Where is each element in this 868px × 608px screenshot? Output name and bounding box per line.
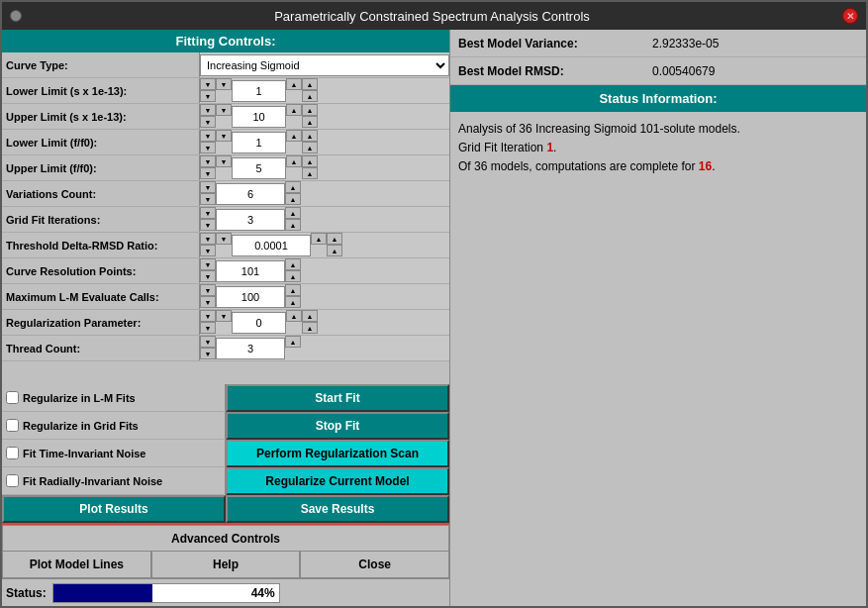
lower-limit-s-input[interactable] (232, 80, 286, 102)
sb45[interactable]: ▲ (302, 310, 318, 322)
sb3[interactable]: ▼ (216, 104, 232, 116)
sb49[interactable]: ▲ (285, 336, 301, 348)
thread-count-input[interactable] (216, 338, 285, 359)
close-icon[interactable]: ✕ (842, 8, 858, 24)
sb2[interactable]: ▼ (200, 116, 216, 128)
regularize-lm-checkbox[interactable] (6, 391, 19, 404)
regularize-grid-checkbox[interactable] (6, 419, 19, 432)
reg-grid-stop-row: Regularize in Grid Fits Stop Fit (2, 412, 449, 440)
sb42[interactable]: ▼ (200, 322, 216, 334)
spin-down-3[interactable]: ▼ (216, 78, 232, 90)
help-button[interactable]: Help (151, 551, 301, 578)
max-lm-controls: ▼ ▼ ▲ ▲ (200, 284, 449, 309)
sb21[interactable]: ▲ (285, 181, 301, 193)
sb10[interactable]: ▲ (286, 130, 302, 142)
status-line3-prefix: Of 36 models, computations are complete … (458, 159, 699, 173)
reg-param-controls: ▼ ▼ ▼ ▲ ▲ ▲ (200, 310, 449, 335)
sb43[interactable]: ▼ (216, 310, 232, 322)
curve-type-select[interactable]: Increasing Sigmoid Decreasing Sigmoid Be… (200, 54, 449, 76)
sb30[interactable]: ▲ (311, 233, 327, 245)
save-results-button[interactable]: Save Results (226, 495, 449, 523)
spin-down-1[interactable]: ▼ (200, 78, 216, 90)
plot-results-button[interactable]: Plot Results (2, 495, 226, 523)
window-title: Parametrically Constrained Spectrum Anal… (30, 9, 834, 24)
spin-up-1[interactable]: ▲ (286, 78, 302, 90)
sb35[interactable]: ▲ (285, 258, 301, 270)
grid-fit-input[interactable] (216, 209, 285, 231)
status-line-2: Grid Fit Iteration 1. (458, 139, 858, 157)
sb39[interactable]: ▲ (285, 284, 301, 296)
sb14[interactable]: ▼ (200, 167, 216, 179)
spin-down-2[interactable]: ▼ (200, 90, 216, 102)
perform-reg-scan-button[interactable]: Perform Regularization Scan (226, 440, 449, 467)
sb9[interactable]: ▼ (216, 130, 232, 142)
sb46[interactable]: ▲ (302, 322, 318, 334)
fit-time-cell: Fit Time-Invariant Noise (2, 440, 226, 466)
sb17[interactable]: ▲ (302, 155, 318, 167)
threshold-row: Threshold Delta-RMSD Ratio: ▼ ▼ ▼ ▲ (2, 233, 449, 258)
sb25[interactable]: ▲ (285, 207, 301, 219)
fit-time-checkbox[interactable] (6, 447, 19, 459)
sb32[interactable]: ▲ (327, 245, 342, 256)
bottom-buttons-section: Regularize in L-M Fits Start Fit Regular… (2, 384, 449, 606)
plot-model-lines-button[interactable]: Plot Model Lines (2, 551, 151, 578)
upper-limit-s-input[interactable] (232, 106, 286, 128)
status-line-3: Of 36 models, computations are complete … (458, 157, 858, 176)
sb18[interactable]: ▲ (302, 167, 318, 179)
sb23[interactable]: ▼ (200, 207, 216, 219)
spin-up-3[interactable]: ▲ (302, 90, 318, 102)
sb11[interactable]: ▲ (302, 130, 318, 142)
advanced-controls-row: Advanced Controls (2, 523, 449, 551)
sb16[interactable]: ▲ (286, 155, 302, 167)
sb22[interactable]: ▲ (285, 193, 301, 205)
sb48[interactable]: ▼ (200, 348, 216, 359)
sb38[interactable]: ▼ (200, 296, 216, 308)
sb33[interactable]: ▼ (200, 258, 216, 270)
sb29[interactable]: ▼ (216, 233, 232, 245)
sb34[interactable]: ▼ (200, 270, 216, 282)
sb47[interactable]: ▼ (200, 336, 216, 348)
sb20[interactable]: ▼ (200, 193, 216, 205)
lower-limit-f-input[interactable] (232, 132, 286, 153)
upper-limit-f-controls: ▼ ▼ ▼ ▲ ▲ ▲ (200, 155, 449, 180)
close-button[interactable]: Close (300, 551, 449, 578)
sb40[interactable]: ▲ (285, 296, 301, 308)
sb44[interactable]: ▲ (286, 310, 302, 322)
sb28[interactable]: ▼ (200, 245, 216, 256)
stop-fit-button[interactable]: Stop Fit (226, 412, 449, 440)
sb24[interactable]: ▼ (200, 219, 216, 231)
sb41[interactable]: ▼ (200, 310, 216, 322)
sb12[interactable]: ▲ (302, 142, 318, 153)
lower-limit-f-controls: ▼ ▼ ▼ ▲ ▲ ▲ (200, 130, 449, 154)
fit-radial-checkbox[interactable] (6, 474, 19, 487)
sb1[interactable]: ▼ (200, 104, 216, 116)
sb8[interactable]: ▼ (200, 142, 216, 153)
max-lm-input[interactable] (216, 286, 285, 308)
curve-res-input[interactable] (216, 260, 285, 282)
sb5[interactable]: ▲ (302, 104, 318, 116)
variations-count-input[interactable] (216, 183, 285, 205)
sb19[interactable]: ▼ (200, 181, 216, 193)
advanced-controls-button[interactable]: Advanced Controls (2, 525, 449, 553)
sb27[interactable]: ▼ (200, 233, 216, 245)
sb37[interactable]: ▼ (200, 284, 216, 296)
sb15[interactable]: ▼ (216, 155, 232, 167)
fit-radial-cell: Fit Radially-Invariant Noise (2, 467, 226, 494)
sb7[interactable]: ▼ (200, 130, 216, 142)
progress-bar: 44% (52, 583, 280, 603)
sb4[interactable]: ▲ (286, 104, 302, 116)
sb6[interactable]: ▲ (302, 116, 318, 128)
reg-param-input[interactable] (232, 312, 286, 334)
progress-bar-fill (53, 584, 152, 602)
upper-limit-f-input[interactable] (232, 157, 286, 179)
start-fit-button[interactable]: Start Fit (226, 384, 449, 412)
sb26[interactable]: ▲ (285, 219, 301, 231)
threshold-input[interactable] (232, 235, 311, 256)
sb36[interactable]: ▲ (285, 270, 301, 282)
regularize-current-button[interactable]: Regularize Current Model (226, 467, 449, 495)
spin-up-2[interactable]: ▲ (302, 78, 318, 90)
regularize-grid-cell: Regularize in Grid Fits (2, 412, 226, 439)
sb31[interactable]: ▲ (327, 233, 342, 245)
grid-fit-label: Grid Fit Iterations: (2, 207, 200, 232)
sb13[interactable]: ▼ (200, 155, 216, 167)
